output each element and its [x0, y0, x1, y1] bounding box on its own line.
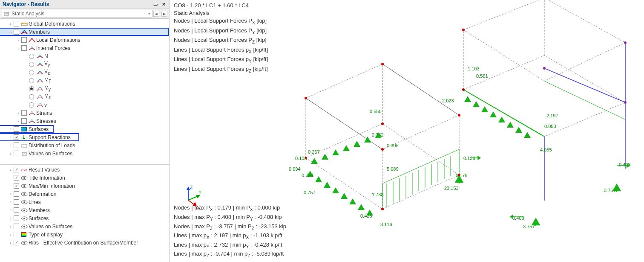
- svg-text:3.116: 3.116: [380, 222, 392, 227]
- pin-icon[interactable]: ▭: [152, 2, 158, 7]
- svg-point-21: [23, 242, 25, 244]
- value-labels: 1.103 0.561 2.023 2.197 0.050 0.550 2.73…: [289, 66, 631, 229]
- right-building-blue: [544, 43, 625, 201]
- svg-text:2.732: 2.732: [372, 132, 384, 137]
- svg-text:0.136: 0.136: [463, 156, 475, 161]
- opt-type-of-display[interactable]: ›Type of display: [0, 230, 169, 239]
- y-reaction-arrows: [470, 156, 630, 218]
- svg-text:0.103: 0.103: [295, 156, 307, 161]
- tree-internal-forces[interactable]: ⌄Internal Forces: [0, 44, 169, 52]
- opt-result-values[interactable]: ›x.xxResult Values: [0, 166, 169, 174]
- opt-lines[interactable]: ›Lines: [0, 198, 169, 206]
- colorbar-icon: [21, 232, 26, 237]
- svg-point-9: [23, 185, 25, 187]
- navigator-toolbar: Static Analysis ▾ ◄ ►: [0, 9, 169, 19]
- analysis-type-label: Static Analysis: [12, 11, 44, 17]
- svg-text:0.094: 0.094: [289, 166, 301, 172]
- svg-text:2.023: 2.023: [442, 98, 454, 103]
- support-icon: [21, 135, 28, 140]
- line-supports-right: [464, 96, 531, 138]
- tree-strains[interactable]: ›Strains: [0, 109, 169, 117]
- opt-members[interactable]: ›Members: [0, 206, 169, 214]
- next-button[interactable]: ►: [161, 11, 167, 17]
- svg-text:0.757: 0.757: [304, 190, 316, 195]
- svg-point-33: [624, 101, 627, 104]
- svg-point-11: [23, 193, 25, 195]
- tree-if-Vz[interactable]: Vz: [0, 68, 169, 76]
- svg-point-39: [381, 122, 384, 125]
- chevron-down-icon: ▾: [148, 12, 150, 16]
- load-hatch-left: [382, 149, 459, 209]
- tree-surfaces[interactable]: ›Surfaces: [0, 125, 54, 133]
- svg-text:x.xx: x.xx: [21, 168, 27, 172]
- results-tree: ›Global Deformations ⌄Members ›Local Def…: [0, 19, 169, 262]
- opt-title-information[interactable]: Title Information: [0, 174, 169, 182]
- svg-point-17: [23, 218, 25, 219]
- svg-text:0.408: 0.408: [619, 162, 631, 167]
- tree-if-My[interactable]: My: [0, 84, 169, 93]
- opt-values-on-surfaces[interactable]: ›Values on Surfaces: [0, 222, 169, 230]
- analysis-icon: [4, 11, 10, 16]
- tree-if-Vy[interactable]: Vy: [0, 60, 169, 68]
- tree-values-on-surfaces[interactable]: ›?Values on Surfaces: [0, 149, 169, 157]
- svg-text:1.103: 1.103: [468, 66, 480, 71]
- svg-text:3.757: 3.757: [604, 188, 616, 193]
- svg-point-34: [624, 41, 627, 44]
- svg-point-36: [381, 63, 384, 65]
- line-supports-left-front: [307, 171, 373, 215]
- svg-text:0.179: 0.179: [456, 173, 468, 178]
- svg-text:0.550: 0.550: [370, 109, 382, 114]
- svg-point-13: [23, 201, 25, 203]
- tree-if-N[interactable]: N: [0, 52, 169, 60]
- navigator-title: Navigator - Results: [3, 1, 152, 7]
- svg-point-43: [462, 29, 465, 31]
- svg-text:5.089: 5.089: [387, 166, 399, 172]
- svg-text:0.050: 0.050: [544, 124, 556, 129]
- svg-point-41: [381, 208, 384, 210]
- tree-distribution-of-loads[interactable]: ›Distribution of Loads: [0, 141, 169, 149]
- svg-text:0.408: 0.408: [512, 215, 524, 221]
- svg-point-38: [381, 148, 384, 151]
- svg-point-37: [458, 114, 460, 116]
- tree-global-deformations[interactable]: ›Global Deformations: [0, 20, 169, 28]
- tree-if-MT[interactable]: MT: [0, 76, 169, 84]
- display-options-tree: ›x.xxResult Values Title Information Max…: [0, 164, 169, 245]
- analysis-type-combo[interactable]: Static Analysis ▾: [2, 10, 152, 17]
- model-viewport[interactable]: CO8 - 1.20 * LC1 + 1.60 * LC4 Static Ana…: [170, 0, 644, 262]
- svg-text:1.738: 1.738: [372, 192, 384, 197]
- svg-text:23.153: 23.153: [444, 186, 459, 191]
- svg-point-19: [23, 226, 25, 227]
- model-svg: 1.103 0.561 2.023 2.197 0.050 0.550 2.73…: [170, 0, 644, 262]
- svg-point-7: [23, 177, 25, 179]
- svg-rect-2: [22, 145, 27, 147]
- svg-point-45: [462, 88, 465, 91]
- svg-text:0.704: 0.704: [302, 173, 313, 178]
- tree-if-Mz[interactable]: Mz: [0, 93, 169, 101]
- svg-text:?: ?: [23, 152, 25, 155]
- tree-if-v[interactable]: v: [0, 101, 169, 109]
- tree-local-deformations[interactable]: ›Local Deformations: [0, 36, 169, 44]
- navigator-panel: Navigator - Results ▭ ✕ Static Analysis …: [0, 0, 170, 262]
- opt-surfaces[interactable]: ›Surfaces: [0, 214, 169, 222]
- svg-text:0.305: 0.305: [387, 143, 399, 148]
- prev-button[interactable]: ◄: [153, 11, 159, 17]
- svg-point-15: [23, 210, 25, 211]
- tree-stresses[interactable]: ›Stresses: [0, 117, 169, 125]
- line-supports-left-diag: [311, 132, 382, 164]
- svg-text:3.757: 3.757: [523, 224, 535, 229]
- node-supports: [455, 41, 627, 225]
- svg-text:4.055: 4.055: [540, 147, 552, 152]
- opt-maxmin-information[interactable]: Max/Min Information: [0, 182, 169, 190]
- tree-members[interactable]: ⌄Members: [0, 28, 169, 36]
- svg-text:0.561: 0.561: [476, 73, 488, 79]
- svg-text:2.197: 2.197: [546, 113, 558, 118]
- svg-text:0.428: 0.428: [360, 213, 372, 218]
- navigator-header: Navigator - Results ▭ ✕: [0, 0, 169, 9]
- surface-icon: [21, 127, 27, 131]
- close-icon[interactable]: ✕: [161, 2, 167, 7]
- svg-point-32: [543, 67, 546, 70]
- z-reaction-arrows: [457, 176, 618, 226]
- tree-support-reactions[interactable]: ›Support Reactions: [0, 133, 79, 141]
- opt-ribs[interactable]: ›Ribs - Effective Contribution on Surfac…: [0, 239, 169, 245]
- opt-deformation[interactable]: ›Deformation: [0, 190, 169, 198]
